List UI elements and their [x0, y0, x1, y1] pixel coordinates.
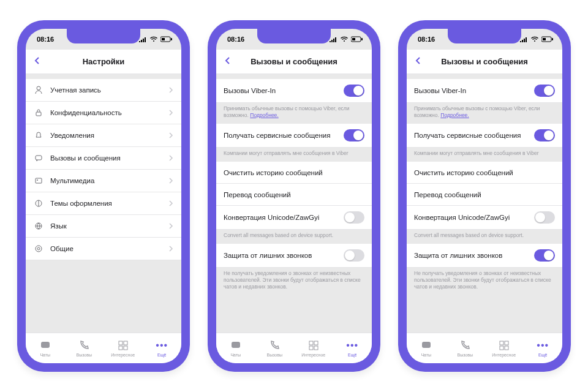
page-title: Настройки: [26, 57, 181, 66]
svg-rect-27: [543, 38, 546, 40]
chevron-right-icon: [168, 221, 174, 232]
setting-row[interactable]: Перевод сообщений: [216, 184, 372, 206]
svg-point-7: [37, 179, 38, 181]
setting-label: Перевод сообщений: [224, 191, 364, 198]
wifi-icon: [149, 36, 158, 42]
more-icon: •••: [346, 339, 358, 352]
setting-label: Получать сервисные сообщения: [414, 132, 534, 139]
tab-explore[interactable]: Интересное: [484, 333, 524, 363]
back-button[interactable]: [412, 54, 425, 70]
svg-rect-5: [36, 156, 42, 160]
toggle-switch[interactable]: [344, 85, 364, 97]
toggle-switch[interactable]: [534, 249, 555, 262]
tab-chats[interactable]: Чаты: [407, 333, 446, 363]
toggle-switch[interactable]: [344, 211, 364, 224]
status-icons: [329, 36, 363, 42]
tab-explore[interactable]: Интересное: [104, 333, 143, 363]
settings-item-general[interactable]: Общие: [26, 238, 181, 260]
back-button[interactable]: [31, 54, 44, 70]
svg-rect-16: [124, 346, 127, 350]
settings-item-account[interactable]: Учетная запись: [26, 79, 181, 102]
notch: [257, 29, 331, 43]
back-button[interactable]: [221, 54, 235, 70]
setting-description: Принимать обычные вызовы с помощью Viber…: [407, 103, 562, 124]
tab-label: Вызовы: [267, 353, 282, 357]
tab-bar: Чаты Вызовы Интересное •••Ещё: [26, 333, 181, 363]
page-header: Настройки: [26, 50, 181, 74]
setting-row[interactable]: Очистить историю сообщений: [407, 162, 562, 184]
wifi-icon: [340, 36, 349, 42]
setting-row[interactable]: Перевод сообщений: [407, 184, 562, 206]
svg-point-3: [37, 86, 40, 90]
settings-item-label: Темы оформления: [50, 200, 168, 207]
chat-icon: [33, 154, 44, 162]
svg-rect-19: [352, 38, 355, 40]
setting-row[interactable]: Очистить историю сообщений: [216, 162, 372, 184]
status-icons: [138, 36, 173, 42]
setting-label: Перевод сообщений: [414, 191, 555, 198]
learn-more-link[interactable]: Подробнее.: [440, 112, 469, 118]
phone-mockup-3: 08:16 Вызовы и сообщения Вызовы Viber-In…: [398, 20, 571, 372]
tab-calls[interactable]: Вызовы: [255, 333, 295, 363]
svg-rect-20: [232, 342, 240, 348]
tab-label: Чаты: [421, 353, 431, 357]
svg-rect-13: [119, 341, 123, 345]
chevron-left-icon: [224, 56, 232, 65]
setting-label: Получать сервисные сообщения: [224, 132, 344, 139]
settings-item-language[interactable]: Язык: [26, 215, 181, 238]
tab-label: Ещё: [348, 353, 356, 357]
page-title: Вызовы и сообщения: [407, 57, 562, 66]
tab-explore[interactable]: Интересное: [294, 333, 333, 363]
tab-calls[interactable]: Вызовы: [65, 333, 104, 363]
setting-description: Компании могут отправлять мне сообщения …: [216, 148, 372, 162]
setting-label: Очистить историю сообщений: [414, 169, 555, 176]
media-icon: [33, 176, 44, 185]
chevron-right-icon: [168, 153, 174, 164]
wifi-icon: [530, 36, 539, 42]
toggle-switch[interactable]: [534, 211, 555, 224]
notch: [67, 29, 140, 43]
toggle-switch[interactable]: [534, 129, 555, 141]
tab-more[interactable]: •••Ещё: [333, 333, 372, 363]
battery-icon: [160, 36, 173, 42]
person-icon: [33, 86, 44, 94]
tab-label: Ещё: [157, 353, 166, 357]
setting-row: Вызовы Viber-In: [407, 79, 562, 103]
tab-label: Интересное: [301, 353, 325, 357]
setting-row: Вызовы Viber-In: [216, 79, 372, 103]
settings-item-media[interactable]: Мультимедиа: [26, 170, 181, 192]
chevron-right-icon: [168, 130, 174, 141]
svg-rect-18: [361, 38, 363, 40]
theme-icon: [33, 199, 44, 208]
tab-more[interactable]: •••Ещё: [524, 333, 563, 363]
setting-description: Компании могут отправлять мне сообщения …: [407, 148, 562, 162]
status-time: 08:16: [227, 36, 244, 43]
tab-label: Чаты: [40, 353, 50, 357]
screen: 08:16 Настройки Учетная запись К: [26, 29, 181, 363]
toggle-switch[interactable]: [344, 129, 364, 141]
tab-chats[interactable]: Чаты: [26, 333, 65, 363]
page-header: Вызовы и сообщения: [407, 50, 562, 74]
svg-rect-29: [500, 341, 503, 345]
settings-item-themes[interactable]: Темы оформления: [26, 192, 181, 215]
tab-chats[interactable]: Чаты: [216, 333, 255, 363]
setting-label: Очистить историю сообщений: [224, 169, 364, 176]
settings-item-notifications[interactable]: Уведомления: [26, 124, 181, 147]
svg-point-10: [37, 247, 40, 250]
tab-bar: Чаты Вызовы Интересное •••Ещё: [407, 333, 562, 363]
page-header: Вызовы и сообщения: [216, 50, 372, 74]
settings-item-privacy[interactable]: Конфиденциальность: [26, 102, 181, 124]
toggle-switch[interactable]: [534, 85, 555, 97]
settings-item-label: Конфиденциальность: [50, 109, 168, 116]
status-icons: [519, 36, 554, 42]
learn-more-link[interactable]: Подробнее.: [250, 112, 278, 118]
setting-row: Получать сервисные сообщения: [216, 124, 372, 148]
tab-more[interactable]: •••Ещё: [143, 333, 182, 363]
calls-messages-list: Вызовы Viber-InПринимать обычные вызовы …: [216, 74, 372, 333]
settings-item-calls-messages[interactable]: Вызовы и сообщения: [26, 147, 181, 170]
chevron-left-icon: [414, 56, 423, 65]
setting-description: Не получать уведомления о звонках от неи…: [216, 268, 372, 295]
tab-calls[interactable]: Вызовы: [446, 333, 485, 363]
chevron-right-icon: [168, 243, 174, 254]
toggle-switch[interactable]: [344, 249, 364, 262]
